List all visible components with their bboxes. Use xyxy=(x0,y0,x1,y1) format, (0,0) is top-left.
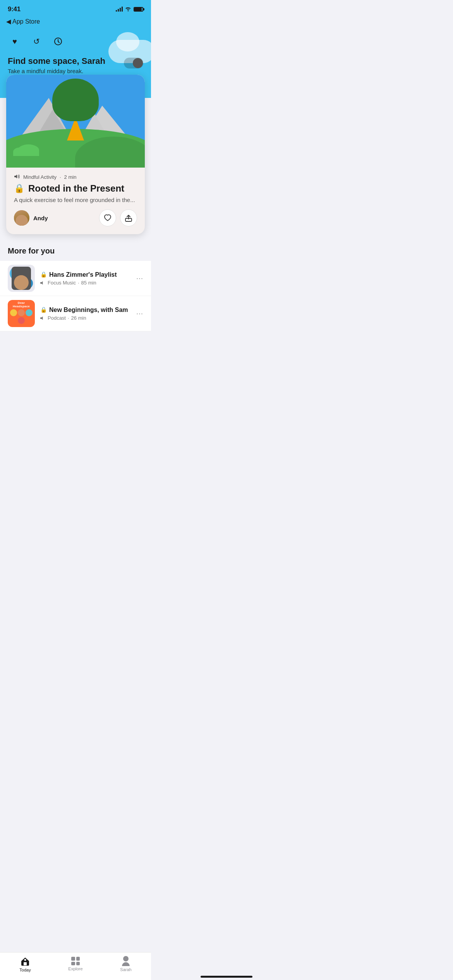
reminder-toggle[interactable] xyxy=(124,58,143,69)
section-title: More for you xyxy=(0,247,151,261)
card-description: A quick exercise to feel more grounded i… xyxy=(14,197,137,203)
list-item[interactable]: DearHeadspace 🔒 New Beginnings, with Sam xyxy=(0,296,151,331)
card-illustration xyxy=(6,75,145,168)
list-title-row: 🔒 New Beginnings, with Sam xyxy=(40,306,131,314)
main-card[interactable]: Mindful Activity · 2 min 🔒 Rooted in the… xyxy=(6,75,145,234)
card-title: Rooted in the Present xyxy=(28,183,124,194)
content-area: Mindful Activity · 2 min 🔒 Rooted in the… xyxy=(0,75,151,366)
hans-thumbnail xyxy=(8,265,35,292)
dear-faces xyxy=(9,309,33,324)
status-bar: 9:41 xyxy=(0,0,151,16)
item-title: New Beginnings, with Sam xyxy=(49,306,128,314)
card-title-row: 🔒 Rooted in the Present xyxy=(14,183,137,194)
lock-icon: 🔒 xyxy=(40,271,47,278)
author-info: Andy xyxy=(14,210,48,226)
card-content: Mindful Activity · 2 min 🔒 Rooted in the… xyxy=(6,168,145,234)
bush xyxy=(18,144,39,156)
item-title: Hans Zimmer's Playlist xyxy=(49,271,117,278)
favorite-button[interactable] xyxy=(99,209,116,226)
speaker-icon xyxy=(14,174,20,180)
hero-subtitle: Take a mindful midday break. xyxy=(8,68,105,74)
list-content: 🔒 Hans Zimmer's Playlist Focus Music · 8… xyxy=(40,271,131,286)
hero-text: Find some space, Sarah Take a mindful mi… xyxy=(8,56,105,74)
hans-person xyxy=(12,267,31,290)
replay-icon[interactable]: ↺ xyxy=(29,34,43,48)
card-actions xyxy=(99,209,137,226)
action-icons-row: ♥ ↺ xyxy=(8,34,143,48)
lock-icon: 🔒 xyxy=(40,307,47,313)
dear-thumbnail: DearHeadspace xyxy=(8,300,35,327)
list-meta: Focus Music · 85 min xyxy=(40,280,131,286)
more-options-button[interactable]: ··· xyxy=(136,274,143,283)
card-separator: · xyxy=(60,174,61,180)
author-name: Andy xyxy=(33,215,48,221)
hero-toggle-row: Find some space, Sarah Take a mindful mi… xyxy=(8,56,143,74)
list-item[interactable]: 🔒 Hans Zimmer's Playlist Focus Music · 8… xyxy=(0,261,151,296)
card-footer: Andy xyxy=(14,209,137,226)
wifi-icon xyxy=(125,6,131,12)
status-icons xyxy=(116,6,143,12)
more-options-button[interactable]: ··· xyxy=(136,310,143,318)
card-meta: Mindful Activity · 2 min xyxy=(14,174,137,180)
back-arrow-icon: ◀ xyxy=(6,18,11,25)
battery-icon xyxy=(134,7,143,12)
tree-top xyxy=(52,79,99,121)
lock-icon: 🔒 xyxy=(14,183,24,194)
item-duration: 85 min xyxy=(81,280,96,286)
status-time: 9:41 xyxy=(8,5,21,13)
item-duration: 26 min xyxy=(71,315,86,321)
item-category: Focus Music xyxy=(48,280,76,286)
list-meta: Podcast · 26 min xyxy=(40,315,131,321)
toggle-knob xyxy=(133,58,143,68)
card-duration: 2 min xyxy=(64,174,77,180)
clock-icon[interactable] xyxy=(51,34,65,48)
list-content: 🔒 New Beginnings, with Sam Podcast · 26 … xyxy=(40,306,131,321)
list-title-row: 🔒 Hans Zimmer's Playlist xyxy=(40,271,131,278)
card-category: Mindful Activity xyxy=(23,174,57,180)
item-category: Podcast xyxy=(48,315,66,321)
heart-icon[interactable]: ♥ xyxy=(8,34,22,48)
dear-label: DearHeadspace xyxy=(13,302,30,308)
more-section: More for you 🔒 Hans Zimmer's Playlist xyxy=(0,243,151,331)
back-label: App Store xyxy=(12,18,40,25)
avatar xyxy=(14,210,29,226)
share-button[interactable] xyxy=(120,209,137,226)
hero-title: Find some space, Sarah xyxy=(8,56,105,66)
signal-icon xyxy=(116,7,123,12)
back-nav[interactable]: ◀ App Store xyxy=(0,16,151,28)
